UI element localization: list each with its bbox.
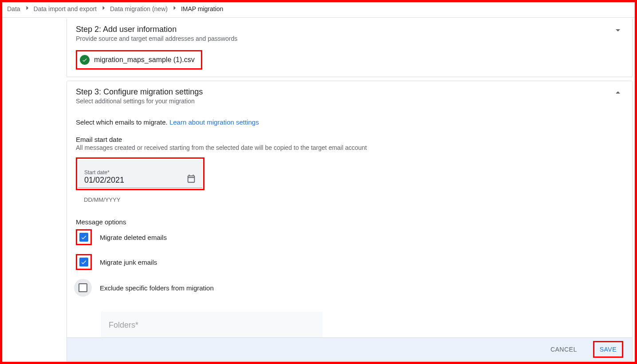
start-date-field[interactable]: Start date* 01/02/2021 bbox=[78, 160, 202, 188]
step2-card: Step 2: Add user information Provide sou… bbox=[67, 19, 633, 77]
start-date-floating-label: Start date* bbox=[84, 169, 124, 176]
chevron-up-icon[interactable] bbox=[613, 87, 623, 99]
breadcrumb-item[interactable]: Data bbox=[7, 5, 20, 12]
folders-input[interactable]: Folders* bbox=[101, 312, 322, 339]
footer-bar: CANCEL SAVE bbox=[67, 337, 633, 361]
cancel-button[interactable]: CANCEL bbox=[546, 342, 582, 356]
step3-subtitle: Select additional settings for your migr… bbox=[76, 98, 613, 105]
calendar-icon[interactable] bbox=[186, 174, 196, 185]
start-date-value: 01/02/2021 bbox=[84, 176, 124, 185]
folders-placeholder: Folders* bbox=[109, 321, 138, 330]
label-migrate-deleted: Migrate deleted emails bbox=[100, 234, 167, 241]
option-migrate-junk: Migrate junk emails bbox=[76, 254, 623, 270]
date-format-hint: DD/MM/YYYY bbox=[76, 196, 204, 203]
save-button[interactable]: SAVE bbox=[595, 342, 621, 356]
breadcrumb-item[interactable]: Data migration (new) bbox=[110, 5, 168, 12]
checkbox-migrate-deleted[interactable] bbox=[79, 233, 88, 242]
checkbox-highlight bbox=[76, 229, 92, 245]
learn-link[interactable]: Learn about migration settings bbox=[169, 118, 259, 126]
label-migrate-junk: Migrate junk emails bbox=[100, 258, 157, 266]
chevron-right-icon bbox=[23, 4, 31, 13]
start-date-highlight: Start date* 01/02/2021 bbox=[76, 157, 204, 190]
checkbox-migrate-junk[interactable] bbox=[79, 258, 88, 266]
step2-header[interactable]: Step 2: Add user information Provide sou… bbox=[67, 19, 632, 47]
checkbox-highlight bbox=[76, 254, 92, 270]
chevron-right-icon bbox=[170, 4, 178, 13]
step3-card: Step 3: Configure migration settings Sel… bbox=[67, 81, 633, 348]
checkbox-exclude-folders[interactable] bbox=[79, 283, 87, 292]
select-emails-text: Select which emails to migrate. Learn ab… bbox=[76, 118, 623, 126]
option-migrate-deleted: Migrate deleted emails bbox=[76, 229, 623, 245]
uploaded-file-chip: migration_maps_sample (1).csv bbox=[76, 50, 202, 70]
checkbox-ripple bbox=[74, 279, 92, 297]
step3-title: Step 3: Configure migration settings bbox=[76, 87, 613, 97]
chevron-down-icon[interactable] bbox=[613, 25, 623, 37]
chevron-right-icon bbox=[99, 4, 107, 13]
option-exclude-folders: Exclude specific folders from migration bbox=[76, 279, 623, 297]
breadcrumb-item-current: IMAP migration bbox=[181, 5, 223, 12]
message-options-label: Message options bbox=[76, 218, 623, 226]
check-circle-icon bbox=[80, 55, 90, 65]
breadcrumb: Data Data import and export Data migrati… bbox=[0, 0, 637, 18]
step3-header[interactable]: Step 3: Configure migration settings Sel… bbox=[67, 81, 632, 109]
uploaded-file-name: migration_maps_sample (1).csv bbox=[94, 56, 195, 64]
email-start-date-label: Email start date bbox=[76, 136, 623, 143]
label-exclude-folders: Exclude specific folders from migration bbox=[100, 284, 214, 292]
step2-subtitle: Provide source and target email addresse… bbox=[76, 35, 613, 42]
select-emails-pre: Select which emails to migrate. bbox=[76, 118, 169, 126]
email-start-date-help: All messages created or received startin… bbox=[76, 144, 623, 151]
step2-title: Step 2: Add user information bbox=[76, 25, 613, 34]
save-highlight: SAVE bbox=[593, 341, 623, 358]
breadcrumb-item[interactable]: Data import and export bbox=[34, 5, 97, 12]
